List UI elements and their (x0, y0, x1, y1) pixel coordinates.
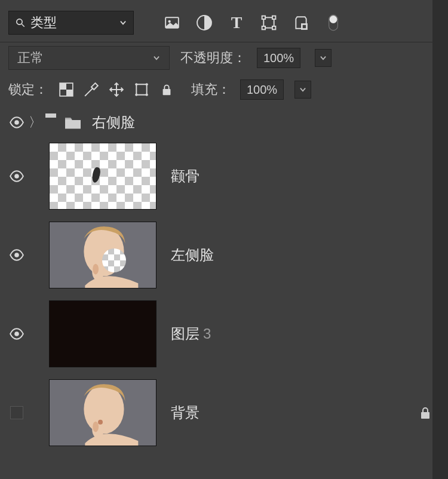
svg-point-22 (14, 253, 19, 257)
filter-bar: 类型 T (0, 6, 448, 42)
blend-opacity-bar: 正常 不透明度： 100% (0, 42, 448, 76)
svg-rect-6 (262, 16, 265, 19)
fill-value: 100% (247, 83, 277, 97)
lock-transparency-icon[interactable] (57, 81, 75, 99)
svg-line-1 (22, 24, 24, 27)
image-layer-filter-icon[interactable] (164, 14, 180, 31)
opacity-input[interactable]: 100% (257, 48, 300, 68)
folder-icon (62, 115, 84, 130)
blend-mode-value: 正常 (17, 49, 44, 67)
layer-name[interactable]: 右侧脸 (92, 113, 135, 132)
chevron-down-icon (152, 54, 161, 62)
svg-point-13 (330, 16, 337, 23)
layer-name[interactable]: 图层3 (171, 324, 211, 343)
filter-toggle-switch[interactable] (325, 14, 342, 31)
filter-type-dropdown[interactable]: 类型 (8, 11, 134, 35)
layer-name[interactable]: 颧骨 (171, 167, 200, 186)
smart-object-filter-icon[interactable] (293, 14, 309, 31)
svg-rect-11 (303, 25, 306, 28)
svg-rect-33 (421, 412, 429, 419)
fill-slider-toggle[interactable] (294, 81, 311, 99)
chevron-down-icon (299, 85, 307, 94)
svg-rect-8 (262, 26, 265, 29)
opacity-slider-toggle[interactable] (315, 49, 332, 67)
lock-position-icon[interactable] (108, 81, 125, 99)
shape-layer-filter-icon[interactable] (260, 14, 277, 31)
visibility-toggle[interactable] (8, 114, 25, 131)
fill-label: 填充： (191, 81, 231, 99)
visibility-toggle[interactable] (8, 168, 25, 185)
lock-artboard-icon[interactable] (133, 81, 151, 99)
layer-thumbnail[interactable] (49, 143, 157, 210)
svg-rect-19 (163, 89, 171, 95)
visibility-toggle[interactable] (8, 247, 25, 263)
svg-rect-16 (66, 90, 73, 96)
filter-type-icons: T (164, 14, 342, 31)
layer-row[interactable]: 颧骨 (0, 137, 448, 216)
filter-type-label: 类型 (30, 14, 119, 32)
lock-icon (418, 406, 432, 420)
layer-row[interactable]: 图层3 (0, 294, 448, 373)
fill-input[interactable]: 100% (240, 79, 284, 100)
lock-pixels-icon[interactable] (82, 81, 100, 99)
svg-rect-7 (272, 16, 275, 19)
layers-panel: 类型 T 正常 (0, 0, 448, 452)
layer-group-row[interactable]: 〉 右侧脸 (0, 108, 448, 137)
layer-name[interactable]: 背景 (171, 403, 200, 422)
layers-list: 〉 右侧脸 颧骨 (0, 106, 448, 452)
scrollbar[interactable] (432, 0, 448, 479)
opacity-value: 100% (263, 51, 294, 65)
svg-point-31 (93, 422, 99, 432)
lock-fill-bar: 锁定： 填充： 100% (0, 76, 448, 106)
search-icon (15, 17, 26, 28)
adjustment-layer-filter-icon[interactable] (196, 14, 213, 31)
layer-thumbnail[interactable] (49, 379, 157, 446)
svg-point-26 (93, 264, 99, 275)
svg-point-27 (14, 331, 19, 336)
chevron-down-icon (119, 19, 127, 27)
layer-name[interactable]: 左侧脸 (171, 245, 214, 265)
lock-all-icon[interactable] (158, 81, 176, 99)
text-layer-filter-icon[interactable]: T (228, 14, 245, 31)
layer-thumbnail[interactable] (49, 222, 157, 288)
svg-point-32 (98, 420, 103, 425)
layer-row[interactable]: 背景 (0, 373, 448, 452)
visibility-toggle[interactable] (10, 406, 23, 419)
svg-rect-9 (272, 26, 275, 29)
group-disclosure[interactable]: 〉 (29, 113, 41, 131)
chevron-down-icon (319, 54, 327, 62)
layer-row[interactable]: 左侧脸 (0, 216, 448, 294)
lock-label: 锁定： (8, 81, 48, 99)
svg-point-0 (17, 19, 22, 24)
blend-mode-dropdown[interactable]: 正常 (8, 46, 170, 70)
visibility-toggle[interactable] (8, 326, 25, 342)
svg-point-3 (168, 20, 171, 23)
svg-point-21 (14, 174, 19, 179)
opacity-label: 不透明度： (180, 49, 246, 67)
svg-point-20 (14, 120, 19, 125)
mask-link-indicator (45, 113, 56, 118)
layer-thumbnail[interactable] (49, 300, 157, 367)
svg-rect-15 (60, 83, 66, 90)
